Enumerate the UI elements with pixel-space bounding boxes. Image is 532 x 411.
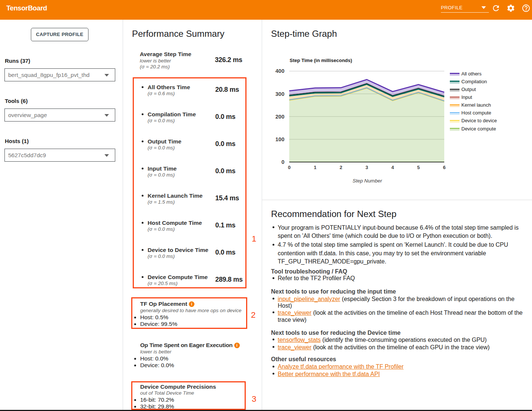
svg-text:0: 0 (288, 165, 290, 170)
svg-text:Step Number: Step Number (352, 178, 382, 184)
svg-text:1: 1 (314, 165, 316, 170)
svg-text:0: 0 (281, 159, 284, 165)
svg-text:100: 100 (275, 136, 284, 142)
svg-text:4: 4 (391, 165, 394, 170)
svg-text:300: 300 (275, 91, 284, 97)
svg-text:2: 2 (339, 165, 342, 170)
svg-text:200: 200 (275, 114, 284, 120)
svg-text:400: 400 (275, 68, 284, 74)
svg-text:3: 3 (365, 165, 368, 170)
svg-text:Step Time (in milliseconds): Step Time (in milliseconds) (290, 58, 352, 63)
svg-text:6: 6 (443, 165, 445, 170)
svg-text:5: 5 (417, 165, 420, 170)
